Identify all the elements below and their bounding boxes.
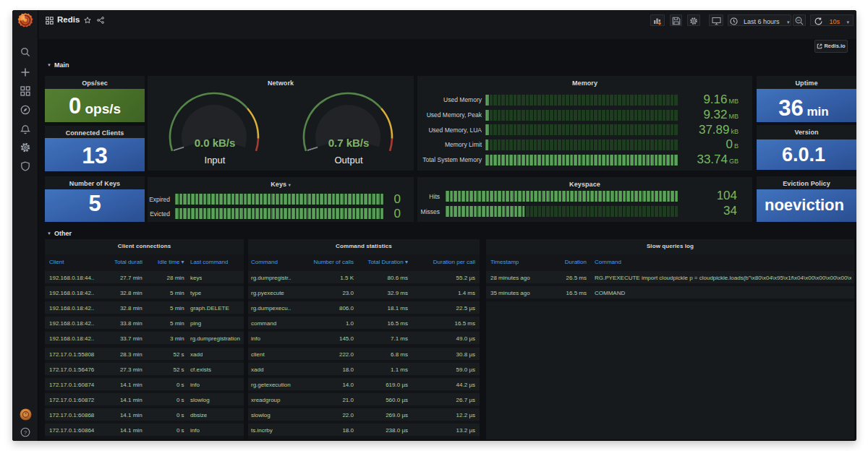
svg-text:?: ? xyxy=(24,429,27,436)
